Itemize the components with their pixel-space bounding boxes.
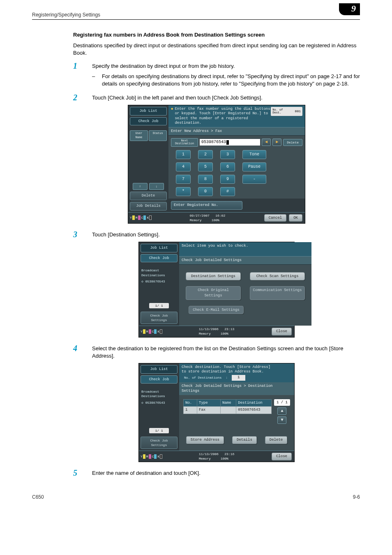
step-4-text: Select the destination to be registered … bbox=[92, 345, 360, 360]
toner-indicator: Y M C K bbox=[139, 328, 164, 335]
enter-registered-no-button[interactable]: Enter Registered No. bbox=[171, 201, 242, 210]
tab-job-list[interactable]: Job List bbox=[141, 244, 178, 252]
page-down-button[interactable]: ▼ bbox=[277, 416, 286, 424]
sidebar-dest-item[interactable]: ◇ 0539876543 bbox=[141, 400, 178, 406]
keypad-tone[interactable]: Tone bbox=[242, 150, 266, 159]
footer-page-number: 9-6 bbox=[353, 494, 360, 501]
footer-model: C650 bbox=[32, 494, 44, 501]
keypad-5[interactable]: 5 bbox=[198, 162, 213, 171]
chapter-badge: 9 bbox=[339, 3, 360, 15]
breadcrumb-destination-settings: Check Job Detailed Settings > Destinatio… bbox=[179, 382, 294, 395]
keypad-dash[interactable]: - bbox=[242, 175, 266, 184]
close-button[interactable]: Close bbox=[272, 453, 292, 460]
timestamp: 09/27/2007 16:02 Memory 100% bbox=[188, 213, 227, 223]
caret-right-button[interactable]: ► bbox=[272, 139, 281, 146]
colon: : bbox=[226, 376, 228, 380]
dash-bullet: – bbox=[92, 73, 102, 88]
sidebar-pager: 1/ 1 bbox=[149, 428, 169, 433]
side-job-details-button[interactable]: Job Details bbox=[130, 202, 167, 210]
tab-job-list[interactable]: Job List bbox=[141, 365, 178, 374]
step-5-text: Enter the name of destination and touch … bbox=[92, 469, 360, 477]
step-3-text: Touch [Destination Settings]. bbox=[92, 231, 360, 238]
no-of-dest-value: 001 bbox=[295, 109, 301, 113]
caret-left-button[interactable]: ◄ bbox=[262, 139, 271, 146]
column-user-name: User Name bbox=[130, 130, 148, 141]
destination-settings-button[interactable]: Destination Settings bbox=[186, 272, 241, 281]
broadcast-dest-label: Broadcast Destinations bbox=[141, 267, 178, 278]
step-number-1: 1 bbox=[73, 62, 92, 92]
step-2-text: Touch [Check Job] in the left panel and … bbox=[92, 94, 360, 102]
next-destination-button[interactable]: Next Destination bbox=[171, 138, 198, 147]
th-name: Name bbox=[221, 399, 236, 407]
step-1-text: Specify the destination by direct input … bbox=[92, 62, 360, 70]
keypad-star[interactable]: * bbox=[176, 187, 191, 196]
close-button[interactable]: Close bbox=[272, 328, 292, 335]
no-of-dest-label: No. of Destinations bbox=[184, 376, 221, 380]
panel-check-job-settings: Job List Check Job Broadcast Destination… bbox=[138, 242, 295, 337]
banner-text: Enter the fax number using the dial butt… bbox=[175, 107, 271, 125]
lead-paragraph: Destinations specified by direct input o… bbox=[73, 42, 360, 57]
tab-check-job[interactable]: Check Job bbox=[141, 375, 178, 384]
tab-check-job[interactable]: Check Job bbox=[130, 117, 167, 126]
no-of-dest-value: 1 bbox=[232, 375, 245, 380]
keypad-4[interactable]: 4 bbox=[176, 162, 191, 171]
column-status: Status bbox=[149, 130, 167, 141]
step-1-sub: For details on specifying destinations b… bbox=[102, 73, 360, 88]
th-no: No. bbox=[184, 399, 197, 407]
th-destination: Destination bbox=[236, 399, 272, 407]
check-email-settings-button[interactable]: Check E-Mail Settings bbox=[189, 306, 244, 314]
keypad-3[interactable]: 3 bbox=[220, 150, 235, 159]
side-delete-button[interactable]: Delete bbox=[130, 192, 167, 200]
keypad-hash[interactable]: # bbox=[220, 187, 235, 196]
delete-button[interactable]: Delete bbox=[265, 436, 287, 444]
panel-fax-entry: Job List Check Job User Name Status ↑ ↓ … bbox=[128, 105, 305, 224]
cancel-button[interactable]: Cancel bbox=[264, 214, 286, 222]
breadcrumb-detailed-settings: Check Job Detailed Settings bbox=[179, 256, 311, 265]
tab-check-job[interactable]: Check Job bbox=[141, 254, 178, 263]
keypad-8[interactable]: 8 bbox=[198, 175, 213, 184]
store-address-button[interactable]: Store Address bbox=[186, 436, 224, 444]
step-number-5: 5 bbox=[73, 469, 92, 477]
cursor-icon bbox=[226, 140, 229, 145]
destination-table: No. Type Name Destination 1 Fax 0539876 bbox=[183, 399, 272, 414]
sidebar-pager: 1/ 1 bbox=[149, 303, 169, 308]
broadcast-dest-label: Broadcast Destinations bbox=[141, 388, 178, 399]
page-indicator: 1 / 1 bbox=[274, 399, 290, 406]
keypad-9[interactable]: 9 bbox=[220, 175, 235, 184]
breadcrumb-enter-new-address: Enter New Address > Fax bbox=[168, 127, 305, 136]
check-job-settings-button[interactable]: Check Job Settings bbox=[141, 437, 178, 449]
panel-destination-settings: Job List Check Job Broadcast Destination… bbox=[138, 363, 295, 462]
scroll-up-button[interactable]: ↑ bbox=[133, 183, 148, 190]
communication-settings-button[interactable]: Communication Settings bbox=[250, 286, 305, 300]
fax-number-input[interactable]: 0539876543 bbox=[200, 139, 260, 146]
check-scan-settings-button[interactable]: Check Scan Settings bbox=[250, 272, 305, 281]
keypad-2[interactable]: 2 bbox=[198, 150, 213, 159]
keypad-0[interactable]: 0 bbox=[198, 187, 213, 196]
section-title: Registering fax numbers in Address Book … bbox=[73, 31, 360, 39]
keypad-1[interactable]: 1 bbox=[176, 150, 191, 159]
th-type: Type bbox=[197, 399, 221, 407]
page-up-button[interactable]: ▲ bbox=[277, 407, 286, 415]
check-original-settings-button[interactable]: Check Original Settings bbox=[186, 286, 241, 300]
no-of-dest-label: No. of Dest. bbox=[272, 109, 291, 114]
banner-text: Check destination. Touch [Store Address]… bbox=[182, 365, 270, 375]
timestamp: 11/13/2006 23:16 Memory 100% bbox=[197, 451, 236, 462]
ok-button[interactable]: OK bbox=[289, 214, 302, 222]
keypad-pause[interactable]: Pause bbox=[242, 162, 266, 171]
toner-indicator: Y M C K bbox=[128, 215, 153, 221]
step-number-2: 2 bbox=[73, 93, 92, 102]
banner-text: Select item you wish to check. bbox=[182, 244, 248, 248]
toner-indicator: Y M C K bbox=[139, 453, 164, 460]
banner-bullet-icon: ◆ bbox=[171, 107, 173, 125]
keypad-6[interactable]: 6 bbox=[220, 162, 235, 171]
keypad-7[interactable]: 7 bbox=[176, 175, 191, 184]
timestamp: 11/13/2006 23:13 Memory 100% bbox=[197, 326, 236, 337]
check-job-settings-button[interactable]: Check Job Settings bbox=[141, 312, 178, 324]
sidebar-dest-item[interactable]: ◇ 0539876543 bbox=[141, 278, 178, 284]
table-row[interactable]: 1 Fax 0539876543 bbox=[184, 407, 272, 414]
details-button[interactable]: Details bbox=[232, 436, 257, 444]
scroll-down-button[interactable]: ↓ bbox=[149, 183, 164, 190]
tab-job-list[interactable]: Job List bbox=[130, 107, 167, 116]
running-header-text: Registering/Specifying Settings bbox=[32, 12, 100, 18]
delete-button[interactable]: Delete bbox=[283, 139, 302, 146]
